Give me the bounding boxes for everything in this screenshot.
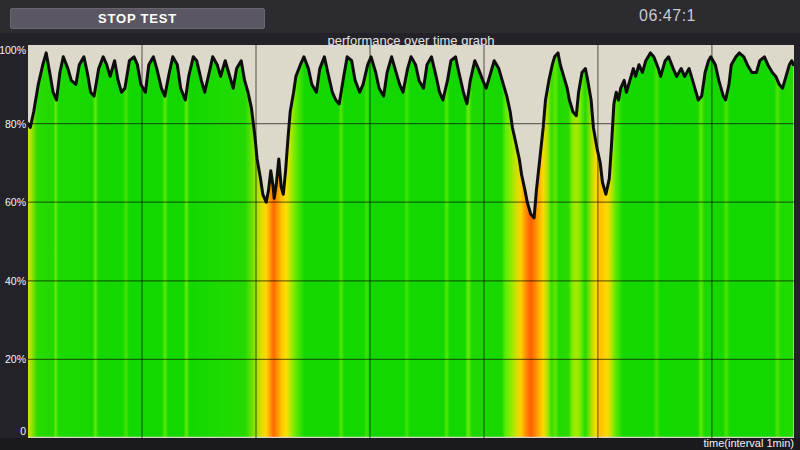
performance-area: [28, 53, 793, 437]
throttling-test-app: STOP TEST 06:47:1 performance over time …: [0, 0, 800, 450]
performance-chart-svg: [28, 45, 794, 438]
y-axis-tick-label: 80%: [5, 118, 26, 130]
y-axis-tick-label: 20%: [5, 353, 26, 365]
x-axis-label: time(interval 1min): [704, 437, 794, 449]
toolbar: STOP TEST 06:47:1: [0, 0, 800, 33]
elapsed-timer: 06:47:1: [639, 7, 696, 25]
stop-test-button[interactable]: STOP TEST: [10, 8, 265, 29]
performance-chart: [28, 45, 794, 438]
y-axis-tick-label: 0: [20, 425, 26, 437]
x-axis-strip: time(interval 1min): [0, 438, 800, 450]
y-axis-tick-label: 40%: [5, 275, 26, 287]
y-axis-tick-label: 100%: [0, 44, 26, 56]
y-axis-tick-label: 60%: [5, 196, 26, 208]
